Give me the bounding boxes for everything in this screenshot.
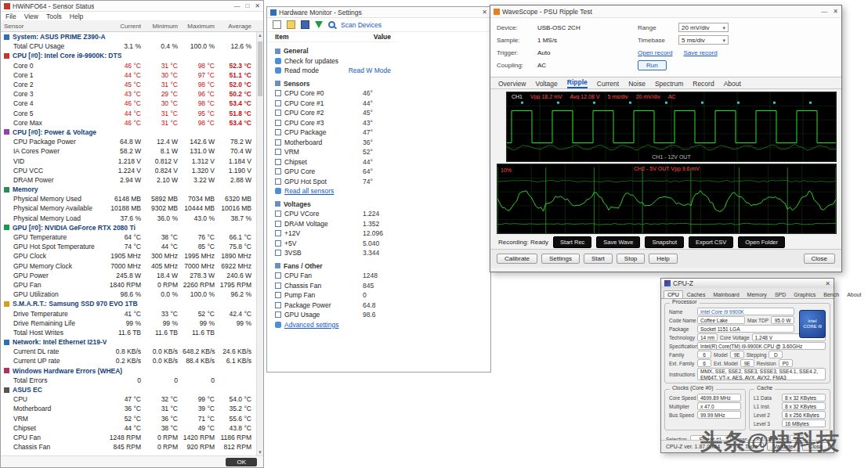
scroll-down-icon[interactable]: ▼	[257, 450, 263, 455]
checkbox[interactable]	[275, 292, 281, 298]
checkbox[interactable]	[275, 272, 281, 279]
tab-record[interactable]: Record	[693, 80, 714, 88]
sensor-row[interactable]: Chassis Fan845 RPM0 RPM920 RPM812 RPM	[1, 442, 256, 452]
sensor-row[interactable]: GPU Memory Clock7000 MHz405 MHz7000 MHz6…	[1, 261, 256, 271]
minimize-icon[interactable]: —	[233, 2, 240, 9]
checkbox[interactable]	[275, 100, 281, 106]
sensor-row[interactable]: Core 446 °C30 °C98 °C53.4 °C	[1, 99, 256, 108]
checkbox[interactable]	[275, 302, 281, 308]
tab-current[interactable]: Current	[597, 80, 619, 88]
start-rec-button[interactable]: Start Rec	[553, 236, 591, 248]
tool-item-row[interactable]: GPU Hot Spot74°	[267, 177, 399, 187]
checkbox[interactable]	[275, 129, 281, 135]
sensor-group-row[interactable]: CPU [#0]: Power & Voltage	[1, 128, 256, 137]
checkbox[interactable]	[275, 139, 281, 146]
tab-spd[interactable]: SPD	[771, 290, 790, 298]
tab-spectrum[interactable]: Spectrum	[655, 80, 683, 88]
sensor-row[interactable]: Chipset44 °C38 °C49 °C43.8 °C	[1, 423, 256, 433]
tool-item-row[interactable]: CPU Core #144°	[267, 99, 399, 109]
tool-item-row[interactable]: 3VSB3.344	[267, 248, 399, 258]
tool-item-row[interactable]: Check for updates	[267, 56, 399, 67]
checkbox[interactable]	[275, 90, 281, 96]
sensor-row[interactable]: VRM52 °C36 °C71 °C55.6 °C	[1, 414, 256, 423]
checkbox[interactable]	[275, 240, 281, 247]
close-icon[interactable]: ✕	[482, 9, 487, 16]
sensor-row[interactable]: VID1.218 V0.812 V1.312 V1.184 V	[1, 156, 256, 165]
tool-item-row[interactable]: GPU Usage98.6	[267, 310, 399, 320]
tool-item-row[interactable]: DRAM Voltage1.352	[267, 219, 399, 229]
minimize-icon[interactable]: —	[821, 8, 827, 15]
open-folder-button[interactable]: Open Folder	[738, 236, 785, 248]
scrollbar[interactable]: ▲ ▼	[256, 32, 263, 455]
stop-button[interactable]: Stop	[617, 254, 645, 264]
checkbox[interactable]	[275, 149, 281, 155]
sensor-row[interactable]: CPU47 °C32 °C99 °C54.0 °C	[1, 394, 256, 404]
sensor-row[interactable]: Drive Remaining Life99 %99 %99 %99 %	[1, 319, 256, 328]
menu-help[interactable]: Help	[70, 13, 83, 20]
tab-about[interactable]: About	[724, 80, 741, 88]
sensor-row[interactable]: Motherboard36 °C31 °C39 °C35.2 °C	[1, 404, 256, 413]
sensor-row[interactable]: GPU Clock1905 MHz300 MHz1995 MHz1890 MHz	[1, 251, 256, 261]
sensor-row[interactable]: CPU Fan1248 RPM0 RPM1420 RPM1186 RPM	[1, 433, 256, 442]
tool-item-row[interactable]: Pump Fan0	[267, 290, 399, 301]
tab-about[interactable]: About	[843, 290, 865, 298]
tab-voltage[interactable]: Voltage	[535, 80, 557, 88]
close-icon[interactable]: ✕	[255, 2, 260, 9]
sensor-row[interactable]: Total Errors000	[1, 376, 256, 385]
sensor-row[interactable]: Current UP rate0.2 KB/s0.0 KB/s88.4 KB/s…	[1, 356, 256, 365]
export-csv-button[interactable]: Export CSV	[689, 236, 733, 248]
scroll-up-icon[interactable]: ▲	[257, 33, 263, 38]
sensor-row[interactable]: GPU Fan1840 RPM0 RPM2260 RPM1795 RPM	[1, 280, 256, 290]
checkbox[interactable]	[275, 230, 281, 236]
tab-bench[interactable]: Bench	[819, 290, 843, 298]
link-save-record[interactable]: Save record	[683, 49, 717, 56]
checkbox[interactable]	[275, 120, 281, 126]
ok-button[interactable]: OK	[226, 458, 257, 466]
sensor-row[interactable]: Physical Memory Used6148 MB5892 MB7034 M…	[1, 194, 256, 203]
tab-memory[interactable]: Memory	[743, 290, 771, 298]
tool-item-row[interactable]: Motherboard36°	[267, 138, 399, 148]
tool-item-row[interactable]: CPU Core #343°	[267, 118, 399, 128]
sensor-group-row[interactable]: System: ASUS PRIME Z390-A	[1, 32, 256, 41]
tab-cpu[interactable]: CPU	[664, 290, 683, 298]
tab-graphics[interactable]: Graphics	[790, 290, 819, 298]
tool-item-row[interactable]: GPU Core64°	[267, 167, 399, 177]
sensor-group-row[interactable]: Network: Intel Ethernet I219-V	[1, 337, 256, 347]
sensor-row[interactable]: GPU Utilization98.6 %0.0 %100.0 %96.2 %	[1, 290, 256, 299]
tool-item-row[interactable]: VRM52°	[267, 147, 399, 157]
checkbox[interactable]	[275, 159, 281, 165]
sensor-row[interactable]: Core 343 °C29 °C96 °C50.2 °C	[1, 89, 256, 99]
checkbox[interactable]	[275, 178, 281, 185]
sensor-row[interactable]: IA Cores Power58.2 W8.1 W131.0 W70.4 W	[1, 146, 256, 156]
tool-item-row[interactable]: CPU Package47°	[267, 128, 399, 138]
sensor-row[interactable]: Total Host Writes11.6 TB11.6 TB11.6 TB	[1, 328, 256, 337]
sensor-row[interactable]: GPU Temperature64 °C38 °C76 °C66.1 °C	[1, 232, 256, 242]
sensor-row[interactable]: CPU Package Power64.8 W12.4 W142.6 W78.2…	[1, 137, 256, 146]
tab-mainboard[interactable]: Mainboard	[710, 290, 743, 298]
help-button[interactable]: Help	[649, 254, 677, 264]
sensor-row[interactable]: Core 046 °C31 °C98 °C52.3 °C	[1, 61, 256, 70]
save-wave-button[interactable]: Save Wave	[596, 236, 640, 248]
sensor-row[interactable]: Total CPU Usage3.1 %0.4 %100.0 %12.6 %	[1, 41, 256, 51]
close-button[interactable]: Close	[804, 254, 835, 264]
tab-caches[interactable]: Caches	[683, 290, 710, 298]
tab-ripple[interactable]: Ripple	[567, 78, 588, 88]
run-button[interactable]: Run	[638, 60, 667, 70]
sensor-group-row[interactable]: GPU [#0]: NVIDIA GeForce RTX 2080 Ti	[1, 223, 256, 232]
sensor-row[interactable]: Current DL rate0.8 KB/s0.0 KB/s648.2 KB/…	[1, 347, 256, 356]
save-icon[interactable]	[301, 20, 309, 29]
checkbox[interactable]	[275, 211, 281, 217]
calibrate-button[interactable]: Calibrate	[497, 254, 537, 264]
menu-view[interactable]: View	[24, 13, 38, 20]
tab-overview[interactable]: Overview	[498, 80, 526, 88]
sensor-group-row[interactable]: Windows Hardware Errors (WHEA)	[1, 366, 256, 376]
sensor-row[interactable]: Physical Memory Load37.6 %36.0 %43.0 %38…	[1, 214, 256, 223]
sensor-row[interactable]: DRAM Power2.94 W2.10 W3.22 W2.88 W	[1, 175, 256, 185]
tool-item-row[interactable]: Read all sensors	[267, 186, 399, 196]
snapshot-button[interactable]: Snapshot	[645, 236, 684, 248]
timebase-select[interactable]: 5 ms/div ▾	[678, 35, 729, 45]
tool-item-row[interactable]: CPU VCore1.224	[267, 209, 399, 219]
tool-item-row[interactable]: Chipset44°	[267, 157, 399, 167]
search-icon[interactable]	[328, 21, 335, 28]
menu-tools[interactable]: Tools	[46, 13, 62, 20]
